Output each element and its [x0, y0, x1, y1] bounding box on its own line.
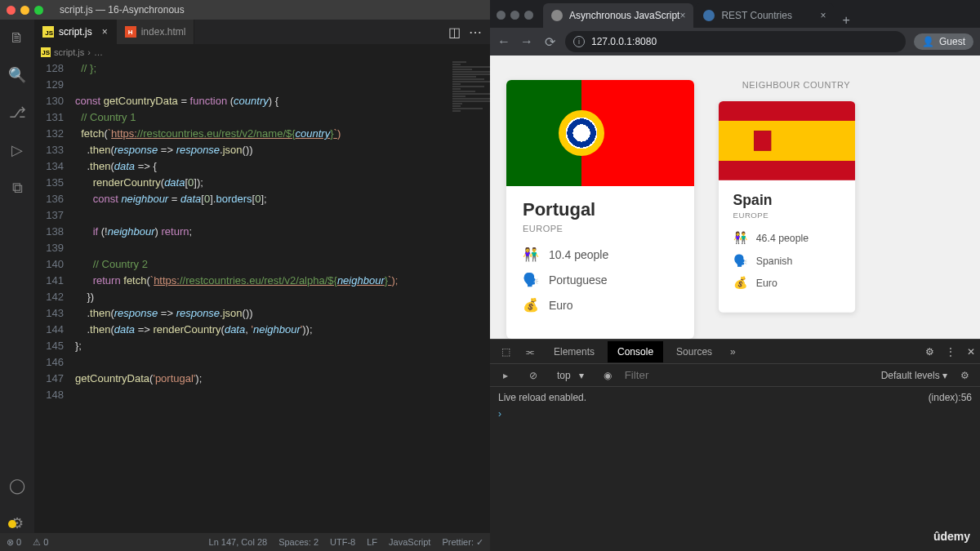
country-region: EUROPE — [523, 224, 678, 233]
console-filter-input[interactable] — [625, 369, 763, 381]
devtools-menu-icon[interactable]: ⋮ — [946, 346, 956, 358]
population-value: 46.4 people — [756, 233, 808, 244]
language-value: Spanish — [756, 255, 793, 266]
clear-console-icon[interactable]: ⊘ — [523, 370, 544, 381]
status-bar: ⊗ 0 ⚠ 0 Ln 147, Col 28 Spaces: 2 UTF-8 L… — [0, 533, 490, 551]
devtools-close-icon[interactable]: ✕ — [967, 346, 975, 358]
window-titlebar: script.js — 16-Asynchronous — [0, 0, 490, 20]
reload-button[interactable]: ⟳ — [542, 34, 557, 50]
status-errors[interactable]: ⊗ 0 — [7, 537, 21, 548]
page-content: Portugal EUROPE 👫10.4 people 🗣️Portugues… — [490, 56, 980, 339]
tab-label: index.html — [141, 26, 186, 38]
console-message: Live reload enabled. — [498, 392, 586, 403]
country-name: Spain — [733, 192, 841, 208]
status-cursor[interactable]: Ln 147, Col 28 — [209, 537, 268, 548]
language-value: Portuguese — [549, 273, 608, 287]
more-actions-icon[interactable]: ⋯ — [469, 24, 482, 40]
js-file-icon: JS — [41, 47, 51, 57]
favicon-icon — [551, 10, 563, 21]
execution-context-select[interactable]: top ▾ — [550, 368, 590, 383]
source-control-icon[interactable]: ⎇ — [7, 103, 27, 122]
line-number-gutter: 128 129 130 131 132 133 134 135 136 137 … — [34, 60, 75, 533]
back-button[interactable]: ← — [497, 34, 511, 49]
country-card-main: Portugal EUROPE 👫10.4 people 🗣️Portugues… — [506, 80, 694, 339]
console-settings-icon[interactable]: ⚙ — [954, 370, 975, 381]
currency-value: Euro — [549, 299, 573, 312]
devtools-tab-sources[interactable]: Sources — [666, 341, 722, 362]
address-bar[interactable]: i 127.0.0.1:8080 — [565, 31, 906, 52]
console-sidebar-toggle-icon[interactable]: ▸ — [495, 370, 516, 381]
live-expression-icon[interactable]: ◉ — [597, 370, 618, 381]
currency-icon: 💰 — [733, 276, 748, 290]
language-icon: 🗣️ — [523, 272, 539, 287]
debug-icon[interactable]: ▷ — [7, 140, 27, 160]
status-encoding[interactable]: UTF-8 — [330, 537, 355, 548]
status-language[interactable]: JavaScript — [389, 537, 430, 548]
browser-close-button[interactable] — [497, 11, 506, 20]
close-tab-icon[interactable]: × — [679, 10, 685, 21]
browser-tab-restcountries[interactable]: REST Countries × — [695, 3, 834, 28]
currency-icon: 💰 — [523, 297, 539, 313]
editor-tab-script-js[interactable]: JS script.js × — [34, 20, 117, 44]
console-prompt[interactable]: › — [498, 408, 972, 420]
browser-minimize-button[interactable] — [510, 11, 519, 20]
extensions-icon[interactable]: ⧉ — [7, 178, 27, 198]
status-prettier[interactable]: Prettier: ✓ — [442, 537, 483, 548]
console-output[interactable]: Live reload enabled. (index):56 › — [490, 387, 980, 551]
log-levels-select[interactable]: Default levels ▾ — [881, 370, 947, 381]
console-source-link[interactable]: (index):56 — [929, 392, 972, 403]
split-editor-icon[interactable]: ◫ — [448, 24, 461, 40]
site-info-icon[interactable]: i — [573, 36, 585, 47]
device-toggle-icon[interactable]: ⫘ — [519, 346, 541, 358]
close-window-button[interactable] — [7, 6, 16, 15]
url-text: 127.0.0.1:8080 — [591, 36, 657, 47]
people-icon: 👫 — [733, 231, 748, 245]
population-value: 10.4 people — [549, 248, 608, 261]
code-editor[interactable]: 128 129 130 131 132 133 134 135 136 137 … — [34, 60, 490, 533]
flag-spain — [719, 101, 855, 180]
editor-tab-bar: JS script.js × H index.html ◫ ⋯ — [34, 20, 490, 44]
tab-label: script.js — [59, 26, 92, 38]
avatar-icon: 👤 — [922, 36, 934, 47]
browser-tab-asynchronous[interactable]: Asynchronous JavaScript × — [543, 3, 693, 28]
devtools-more-tabs-icon[interactable]: » — [730, 346, 736, 358]
account-icon[interactable]: ◯ — [7, 476, 27, 495]
language-icon: 🗣️ — [733, 254, 748, 268]
devtools-panel: ⬚ ⫘ Elements Console Sources » ⚙ ⋮ ✕ ▸ ⊘… — [490, 339, 980, 551]
browser-maximize-button[interactable] — [524, 11, 533, 20]
devtools-tab-elements[interactable]: Elements — [544, 341, 604, 362]
favicon-icon — [703, 10, 715, 21]
neighbour-heading: NEIGHBOUR COUNTRY — [742, 80, 850, 90]
currency-value: Euro — [756, 277, 777, 288]
inspect-element-icon[interactable]: ⬚ — [495, 346, 516, 358]
breadcrumb[interactable]: JS script.js › … — [34, 44, 490, 60]
search-icon[interactable]: 🔍 — [7, 65, 27, 85]
minimap[interactable] — [449, 60, 490, 533]
html-file-icon: H — [125, 26, 136, 38]
country-name: Portugal — [523, 199, 678, 220]
flag-portugal — [506, 80, 694, 186]
browser-tab-label: Asynchronous JavaScript — [569, 10, 679, 21]
udemy-watermark: ûdemy — [933, 530, 970, 543]
devtools-tab-console[interactable]: Console — [608, 341, 663, 362]
people-icon: 👫 — [523, 247, 539, 262]
minimize-window-button[interactable] — [20, 6, 29, 15]
editor-tab-index-html[interactable]: H index.html — [117, 20, 195, 44]
status-spaces[interactable]: Spaces: 2 — [278, 537, 318, 548]
profile-button[interactable]: 👤 Guest — [914, 33, 973, 50]
activity-bar: 🗎 🔍 ⎇ ▷ ⧉ ◯ ⚙ — [0, 20, 34, 533]
close-tab-icon[interactable]: × — [102, 26, 108, 38]
browser-tab-label: REST Countries — [721, 10, 791, 21]
new-tab-button[interactable]: + — [835, 13, 856, 28]
status-eol[interactable]: LF — [367, 537, 377, 548]
country-card-neighbour: Spain EUROPE 👫46.4 people 🗣️Spanish 💰Eur… — [719, 101, 855, 313]
devtools-settings-icon[interactable]: ⚙ — [925, 346, 934, 358]
browser-toolbar: ← → ⟳ i 127.0.0.1:8080 👤 Guest — [490, 28, 980, 56]
explorer-icon[interactable]: 🗎 — [7, 28, 27, 47]
close-tab-icon[interactable]: × — [820, 10, 826, 21]
js-file-icon: JS — [42, 26, 54, 38]
maximize-window-button[interactable] — [34, 6, 43, 15]
status-warnings[interactable]: ⚠ 0 — [33, 537, 48, 548]
forward-button[interactable]: → — [519, 34, 534, 49]
browser-tab-bar: Asynchronous JavaScript × REST Countries… — [490, 0, 980, 28]
